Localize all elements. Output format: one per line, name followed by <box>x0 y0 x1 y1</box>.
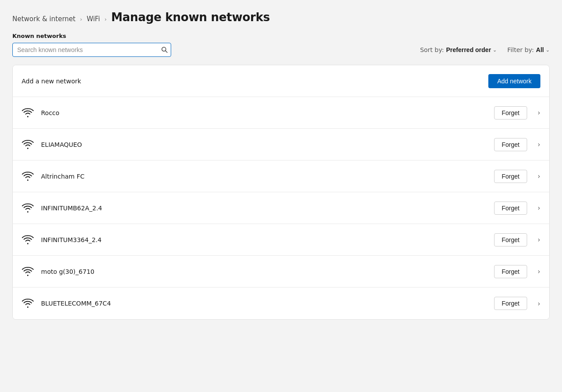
filter-label: Filter by: <box>507 46 534 53</box>
breadcrumb-sep2: › <box>105 16 107 22</box>
network-name: INFINITUMB62A_2.4 <box>41 205 487 212</box>
breadcrumb-sep1: › <box>80 16 82 22</box>
wifi-icon <box>22 203 34 213</box>
filter-control: Filter by: All ⌄ <box>507 46 550 53</box>
forget-button[interactable]: Forget <box>494 233 527 246</box>
network-row: Rocco Forget › <box>13 97 549 129</box>
network-name: Rocco <box>41 109 487 116</box>
search-icon <box>161 47 168 53</box>
page-container: Network & internet › WiFi › Manage known… <box>0 0 562 392</box>
network-chevron-icon[interactable]: › <box>538 235 540 244</box>
network-name: Altrincham FC <box>41 173 487 180</box>
forget-button[interactable]: Forget <box>494 170 527 183</box>
filter-chevron-icon: ⌄ <box>546 47 550 53</box>
wifi-icon <box>22 140 34 149</box>
network-name: moto g(30)_6710 <box>41 268 487 275</box>
search-button[interactable] <box>161 47 168 53</box>
forget-button[interactable]: Forget <box>494 297 527 310</box>
filter-value: All <box>536 46 544 53</box>
add-network-button[interactable]: Add network <box>488 74 540 88</box>
network-chevron-icon[interactable]: › <box>538 172 540 180</box>
network-name: INFINITUM3364_2.4 <box>41 236 487 243</box>
breadcrumb-title-row: Network & internet › WiFi › Manage known… <box>12 11 550 24</box>
breadcrumb-nav1[interactable]: Network & internet <box>12 15 75 23</box>
wifi-icon <box>22 172 34 181</box>
sort-button[interactable]: Preferred order ⌄ <box>446 46 497 53</box>
wifi-icon <box>22 235 34 245</box>
forget-button[interactable]: Forget <box>494 138 527 151</box>
wifi-icon <box>22 108 34 118</box>
network-rows-container: Rocco Forget › ELIAMAQUEO Forget › Altri… <box>13 97 549 319</box>
wifi-icon <box>22 267 34 276</box>
networks-list: Add a new network Add network Rocco Forg… <box>12 65 550 320</box>
network-chevron-icon[interactable]: › <box>538 204 540 212</box>
wifi-icon <box>22 299 34 308</box>
network-chevron-icon[interactable]: › <box>538 140 540 149</box>
sort-chevron-icon: ⌄ <box>493 47 497 53</box>
search-filter-row: Sort by: Preferred order ⌄ Filter by: Al… <box>12 43 550 57</box>
search-input[interactable] <box>12 43 171 57</box>
network-chevron-icon[interactable]: › <box>538 108 540 117</box>
search-wrapper <box>12 43 171 57</box>
network-row: moto g(30)_6710 Forget › <box>13 256 549 287</box>
forget-button[interactable]: Forget <box>494 265 527 278</box>
sort-filter-controls: Sort by: Preferred order ⌄ Filter by: Al… <box>420 46 550 53</box>
breadcrumb-nav2[interactable]: WiFi <box>86 15 100 23</box>
network-row: ELIAMAQUEO Forget › <box>13 129 549 161</box>
forget-button[interactable]: Forget <box>494 202 527 215</box>
svg-line-1 <box>165 51 167 52</box>
network-row: BLUETELECOMM_67C4 Forget › <box>13 287 549 319</box>
sort-label: Sort by: <box>420 46 444 53</box>
section-title: Known networks <box>12 33 550 39</box>
sort-control: Sort by: Preferred order ⌄ <box>420 46 497 53</box>
add-network-label: Add a new network <box>22 78 81 85</box>
filter-button[interactable]: All ⌄ <box>536 46 550 53</box>
forget-button[interactable]: Forget <box>494 106 527 119</box>
add-network-row: Add a new network Add network <box>13 65 549 97</box>
network-name: BLUETELECOMM_67C4 <box>41 300 487 307</box>
network-name: ELIAMAQUEO <box>41 141 487 148</box>
network-row: INFINITUM3364_2.4 Forget › <box>13 224 549 256</box>
network-chevron-icon[interactable]: › <box>538 299 540 308</box>
network-row: INFINITUMB62A_2.4 Forget › <box>13 192 549 224</box>
network-row: Altrincham FC Forget › <box>13 161 549 192</box>
network-chevron-icon[interactable]: › <box>538 267 540 276</box>
page-title: Manage known networks <box>111 11 270 24</box>
sort-value: Preferred order <box>446 46 491 53</box>
